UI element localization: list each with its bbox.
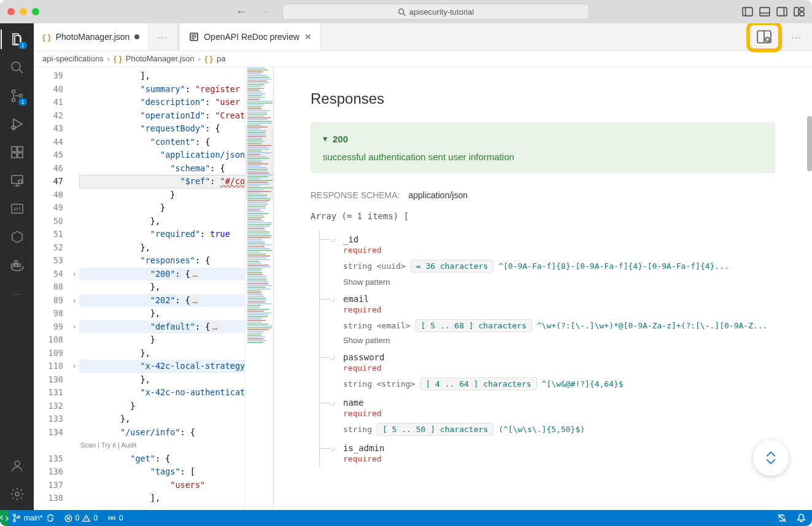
schema-field[interactable]: namerequiredstring[ 5 .. 50 ] characters…	[319, 394, 775, 439]
code-line[interactable]: ],	[79, 69, 273, 83]
code-line[interactable]: },	[79, 373, 273, 387]
minimap[interactable]	[245, 67, 273, 510]
code-line[interactable]: "schema": {	[79, 162, 273, 176]
response-200-box[interactable]: ▾ 200 successful authentication sent use…	[311, 122, 775, 173]
command-center[interactable]: apisecurity-tutorial	[282, 4, 589, 20]
show-pattern-link[interactable]: Show pattern	[343, 336, 390, 345]
line-number: 131	[34, 386, 63, 400]
code-content[interactable]: ], "summary": "register "description": "…	[79, 67, 273, 510]
close-tab-icon[interactable]: ✕	[304, 32, 312, 42]
no-sync-icon[interactable]	[777, 513, 787, 523]
run-debug-icon[interactable]	[9, 115, 26, 133]
layout-left-icon[interactable]	[742, 6, 753, 17]
code-line[interactable]: },	[79, 215, 273, 228]
svg-rect-1	[743, 7, 752, 16]
tab-photomanager[interactable]: { } PhotoManager.json	[34, 23, 149, 50]
more-activity-icon[interactable]: ···	[9, 285, 26, 302]
code-line[interactable]: "$ref": "#/co	[79, 175, 273, 188]
fold-chevron-icon[interactable]: ›	[69, 360, 79, 373]
show-pattern-link[interactable]: Show pattern	[343, 277, 390, 287]
code-line[interactable]: "requestBody": {	[79, 122, 273, 136]
svg-rect-3	[777, 7, 787, 16]
code-line[interactable]: }	[79, 188, 273, 202]
editor-more-icon[interactable]: ···	[157, 33, 168, 42]
problems-indicator[interactable]: 0 0	[64, 514, 98, 522]
settings-gear-icon[interactable]	[9, 485, 26, 503]
fold-chevron-icon[interactable]: ›	[69, 294, 79, 307]
search-activity-icon[interactable]	[9, 59, 26, 76]
forward-icon[interactable]: →	[258, 6, 269, 18]
schema-field[interactable]: is_adminrequired	[319, 439, 775, 467]
code-line[interactable]: }	[79, 400, 273, 413]
remote-explorer-icon[interactable]	[9, 172, 26, 189]
code-line[interactable]: "/user/info": {	[79, 426, 273, 439]
source-control-icon[interactable]: 1	[9, 87, 26, 104]
fold-chevron-icon[interactable]: ›	[69, 320, 79, 334]
remote-indicator[interactable]	[0, 510, 9, 526]
line-number: 130	[34, 373, 63, 387]
sync-icon[interactable]	[46, 514, 55, 522]
branch-indicator[interactable]: main*	[12, 514, 55, 522]
code-line[interactable]: },	[79, 412, 273, 426]
bell-icon[interactable]	[797, 513, 806, 522]
preview-more-icon[interactable]: ···	[792, 33, 802, 42]
code-editor[interactable]: 3940414243444546474849505152535488899899…	[34, 67, 274, 510]
api-icon[interactable]: API	[9, 200, 26, 217]
chevron-down-icon[interactable]: ▾	[323, 133, 328, 144]
code-line[interactable]: "description": "user	[79, 96, 273, 109]
code-line[interactable]: }	[79, 201, 273, 215]
field-pattern: ^[\w&@#!?]{4,64}$	[542, 379, 624, 389]
code-line[interactable]: "summary": "register	[79, 83, 273, 96]
code-line[interactable]: "get": {	[79, 452, 273, 466]
scroll-fab[interactable]	[753, 440, 789, 476]
code-line[interactable]: "application/json	[79, 149, 273, 162]
line-number: 51	[34, 228, 63, 241]
code-line[interactable]: "tags": [	[79, 465, 273, 479]
docker-icon[interactable]	[9, 257, 26, 274]
code-line[interactable]: "responses": {	[79, 254, 273, 268]
schema-field[interactable]: emailrequiredstring <email>[ 5 .. 68 ] c…	[319, 290, 775, 349]
maximize-window-icon[interactable]	[32, 8, 39, 15]
svg-rect-6	[800, 12, 804, 16]
minimize-window-icon[interactable]	[20, 8, 27, 15]
explorer-icon[interactable]: 1	[9, 31, 26, 48]
breadcrumb-symbol[interactable]: pa	[217, 54, 225, 63]
code-line[interactable]: "200": {…	[79, 268, 273, 281]
open-preview-icon[interactable]	[756, 29, 772, 45]
breadcrumb-file[interactable]: PhotoManager.json	[126, 54, 195, 63]
code-line[interactable]: "users"	[79, 479, 273, 492]
code-line[interactable]: "202": {…	[79, 294, 273, 307]
code-line[interactable]: }	[79, 333, 273, 347]
back-icon[interactable]: ←	[236, 6, 247, 18]
warning-icon	[82, 514, 90, 522]
accounts-icon[interactable]	[9, 457, 26, 474]
42crunch-icon[interactable]	[9, 228, 26, 246]
code-line[interactable]: "x-42c-no-authenticat	[79, 386, 273, 400]
fold-chevron-icon[interactable]: ›	[69, 268, 79, 281]
layout-right-icon[interactable]	[776, 6, 787, 17]
schema-label: RESPONSE SCHEMA:	[311, 190, 400, 200]
ports-indicator[interactable]: 0	[107, 514, 123, 522]
extensions-icon[interactable]	[9, 144, 26, 161]
code-line[interactable]: },	[79, 241, 273, 255]
breadcrumb-folder[interactable]: api-specifications	[42, 54, 104, 63]
tab-redoc-preview[interactable]: OpenAPI ReDoc preview ✕	[180, 23, 321, 50]
code-line[interactable]: "required": true	[79, 228, 273, 241]
code-line[interactable]: "x-42c-local-strategy	[79, 360, 273, 373]
layout-bottom-icon[interactable]	[759, 6, 770, 17]
scrollbar-thumb[interactable]	[807, 116, 812, 171]
breadcrumb[interactable]: api-specifications › { } PhotoManager.js…	[34, 51, 812, 67]
code-line[interactable]: },	[79, 347, 273, 360]
code-line[interactable]: "default": {…	[79, 320, 273, 334]
code-line[interactable]: },	[79, 307, 273, 320]
schema-field[interactable]: _idrequiredstring <uuid>= 36 characters^…	[319, 231, 775, 290]
close-window-icon[interactable]	[7, 8, 15, 15]
code-line[interactable]: "content": {	[79, 136, 273, 149]
json-file-icon: { }	[42, 33, 51, 42]
code-line[interactable]: ],	[79, 492, 273, 505]
code-line[interactable]: },	[79, 280, 273, 294]
schema-field[interactable]: passwordrequiredstring <string>[ 4 .. 64…	[319, 349, 775, 394]
code-lens[interactable]: Scan | Try it | Audit	[79, 439, 273, 452]
layout-customize-icon[interactable]	[794, 6, 805, 17]
code-line[interactable]: "operationId": "Creat	[79, 109, 273, 123]
